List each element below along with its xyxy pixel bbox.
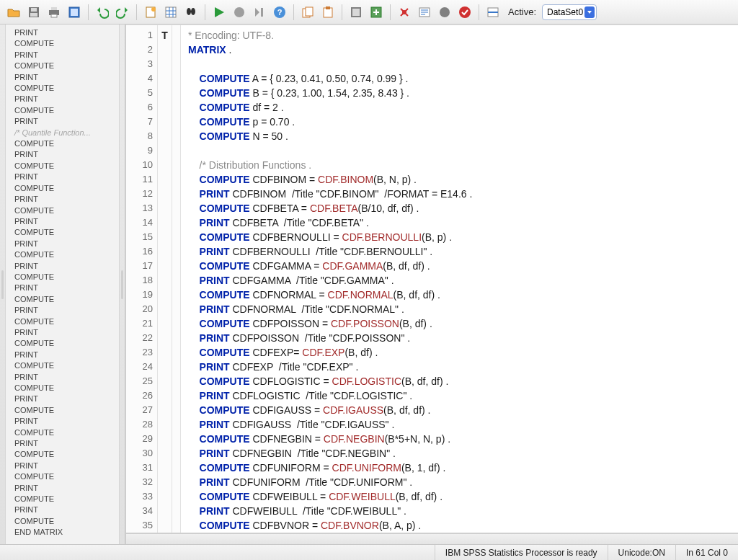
horizontal-scrollbar[interactable] — [126, 533, 738, 544]
open-icon[interactable] — [4, 3, 23, 22]
code-line[interactable]: PRINT CDFWEIBULL /Title "CDF.WEIBULL" . — [188, 504, 731, 518]
help-icon[interactable]: ? — [270, 3, 289, 22]
command-list-item[interactable]: COMPUTE — [10, 249, 117, 260]
code-line[interactable]: COMPUTE df = 2 . — [188, 100, 731, 115]
code-line[interactable]: COMPUTE CDFUNIFORM = CDF.UNIFORM(B, 1, d… — [188, 461, 731, 475]
code-line[interactable]: PRINT CDFUNIFORM /Title "CDF.UNIFORM" . — [188, 475, 731, 489]
code-line[interactable]: COMPUTE CDFIGAUSS = CDF.IGAUSS(B, df, df… — [188, 403, 731, 417]
command-list-item[interactable]: COMPUTE — [10, 138, 117, 149]
command-list-item[interactable]: END MATRIX — [10, 527, 117, 538]
command-list-item[interactable]: COMPUTE — [10, 161, 117, 172]
bookmark-gutter[interactable]: T — [158, 25, 172, 533]
command-list-item[interactable]: PRINT — [10, 505, 117, 515]
code-line[interactable]: * Encoding: UTF-8. — [188, 28, 731, 43]
to-do-icon[interactable] — [415, 3, 434, 22]
line-number-gutter[interactable]: 1234567891011121314151617181920212223242… — [126, 25, 158, 533]
command-list-item[interactable]: COMPUTE — [10, 83, 117, 94]
code-line[interactable]: PRINT CDFLOGISTIC /Title "CDF.LOGISTIC" … — [188, 388, 731, 403]
command-list-item[interactable]: PRINT — [10, 216, 117, 227]
command-list-item[interactable]: PRINT — [10, 327, 117, 338]
insert-block-icon[interactable] — [367, 3, 386, 22]
new-syntax-icon[interactable] — [141, 3, 160, 22]
command-list-item[interactable]: COMPUTE — [10, 494, 117, 505]
code-line[interactable]: PRINT CDFPOISSON /Title "CDF.POISSON" . — [188, 331, 731, 345]
code-line[interactable]: COMPUTE CDFNORMAL = CDF.NORMAL(B, df, df… — [188, 288, 731, 302]
find-icon[interactable] — [182, 3, 200, 22]
command-list-item[interactable]: COMPUTE — [10, 205, 117, 216]
code-line[interactable]: PRINT CDFNORMAL /Title "CDF.NORMAL" . — [188, 302, 731, 316]
code-line[interactable]: COMPUTE B = { 0.23, 1.00, 1.54, 2.35, 8.… — [188, 86, 731, 100]
code-line[interactable]: COMPUTE CDFGAMMA = CDF.GAMMA(B, df, df) … — [188, 259, 731, 273]
code-line[interactable]: PRINT CDFEXP /Title "CDF.EXP" . — [188, 360, 731, 374]
code-line[interactable]: PRINT CDFGAMMA /Title "CDF.GAMMA" . — [188, 273, 731, 288]
command-list-item[interactable]: PRINT — [10, 461, 117, 471]
command-list-item[interactable]: PRINT — [10, 27, 117, 38]
code-line[interactable]: COMPUTE p = 0.70 . — [188, 115, 731, 129]
command-list-item[interactable]: COMPUTE — [10, 338, 117, 349]
validate-icon[interactable] — [455, 3, 474, 22]
command-list-item[interactable]: COMPUTE — [10, 405, 117, 416]
command-list-item[interactable]: COMPUTE — [10, 105, 117, 116]
command-list-item[interactable]: PRINT — [10, 194, 117, 205]
code-line[interactable]: COMPUTE CDFNEGBIN = CDF.NEGBIN(B*5+N, N,… — [188, 432, 731, 446]
breakpoint-icon[interactable] — [395, 3, 414, 22]
command-list-item[interactable]: COMPUTE — [10, 471, 117, 482]
split-icon[interactable] — [484, 3, 502, 22]
code-line[interactable]: COMPUTE CDFPOISSON = CDF.POISSON(B, df) … — [188, 316, 731, 331]
code-line[interactable]: COMPUTE N = 50 . — [188, 129, 731, 143]
command-list-item[interactable]: COMPUTE — [10, 427, 117, 438]
code-line[interactable] — [188, 143, 731, 158]
command-list-item[interactable]: COMPUTE — [10, 183, 117, 194]
command-list-item[interactable]: COMPUTE — [10, 227, 117, 238]
code-line[interactable]: PRINT CDFIGAUSS /Title "CDF.IGAUSS" . — [188, 417, 731, 432]
record-macro-icon[interactable] — [435, 3, 454, 22]
code-line[interactable]: COMPUTE CDFBETA = CDF.BETA(B/10, df, df)… — [188, 201, 731, 215]
undo-icon[interactable] — [93, 3, 112, 22]
command-list-item[interactable]: COMPUTE — [10, 38, 117, 49]
command-list[interactable]: PRINTCOMPUTEPRINTCOMPUTEPRINTCOMPUTEPRIN… — [0, 25, 125, 544]
command-list-item[interactable]: COMPUTE — [10, 61, 117, 71]
code-line[interactable]: MATRIX . — [188, 43, 731, 57]
code-line[interactable]: COMPUTE CDFBERNOULLI = CDF.BERNOULLI(B, … — [188, 230, 731, 244]
command-list-item[interactable]: PRINT — [10, 149, 117, 160]
code-line[interactable]: COMPUTE CDFBINOM = CDF.BINOM(B, N, p) . — [188, 172, 731, 187]
code-line[interactable]: PRINT CDFBETA /Title "CDF.BETA" . — [188, 215, 731, 230]
run-icon[interactable] — [210, 3, 228, 22]
code-line[interactable]: COMPUTE A = { 0.23, 0.41, 0.50, 0.74, 0.… — [188, 71, 731, 86]
command-list-item[interactable]: PRINT — [10, 438, 117, 449]
command-list-item[interactable]: COMPUTE — [10, 516, 117, 527]
command-list-item[interactable]: PRINT — [10, 305, 117, 316]
command-list-item[interactable]: PRINT — [10, 283, 117, 293]
code-line[interactable]: COMPUTE CDFBVNOR = CDF.BVNOR(B, A, p) . — [188, 518, 731, 533]
syntax-editor[interactable]: 1234567891011121314151617181920212223242… — [126, 25, 738, 533]
preview-icon[interactable] — [65, 3, 84, 22]
command-list-item[interactable]: PRINT — [10, 483, 117, 494]
code-line[interactable]: PRINT CDFBERNOULLI /Title "CDF.BERNOULLI… — [188, 244, 731, 259]
command-list-item[interactable]: PRINT — [10, 350, 117, 360]
command-list-item[interactable]: COMPUTE — [10, 294, 117, 305]
command-list-item[interactable]: PRINT — [10, 116, 117, 127]
command-list-item[interactable]: COMPUTE — [10, 360, 117, 371]
command-list-item[interactable]: PRINT — [10, 50, 117, 61]
command-list-item[interactable]: PRINT — [10, 172, 117, 182]
command-list-item[interactable]: PRINT — [10, 72, 117, 83]
command-list-item[interactable]: COMPUTE — [10, 449, 117, 460]
step-icon[interactable] — [250, 3, 269, 22]
command-list-item[interactable]: PRINT — [10, 416, 117, 427]
command-list-item[interactable]: COMPUTE — [10, 383, 117, 394]
splitter-left[interactable] — [0, 25, 6, 544]
command-list-item[interactable]: PRINT — [10, 372, 117, 383]
redo-icon[interactable] — [113, 3, 132, 22]
run-selection-icon[interactable] — [230, 3, 249, 22]
command-list-item[interactable]: PRINT — [10, 394, 117, 404]
code-line[interactable] — [188, 57, 731, 71]
command-list-item[interactable]: /* Quantile Function... — [10, 128, 117, 138]
code-line[interactable]: COMPUTE CDFEXP= CDF.EXP(B, df) . — [188, 345, 731, 360]
code-line[interactable]: COMPUTE CDFLOGISTIC = CDF.LOGISTIC(B, df… — [188, 374, 731, 388]
new-data-icon[interactable] — [161, 3, 180, 22]
copy-icon[interactable] — [298, 3, 317, 22]
command-list-item[interactable]: COMPUTE — [10, 316, 117, 327]
code-area[interactable]: * Encoding: UTF-8.MATRIX . COMPUTE A = {… — [181, 25, 738, 533]
code-line[interactable]: COMPUTE CDFWEIBULL = CDF.WEIBULL(B, df, … — [188, 489, 731, 504]
save-icon[interactable] — [25, 3, 43, 22]
